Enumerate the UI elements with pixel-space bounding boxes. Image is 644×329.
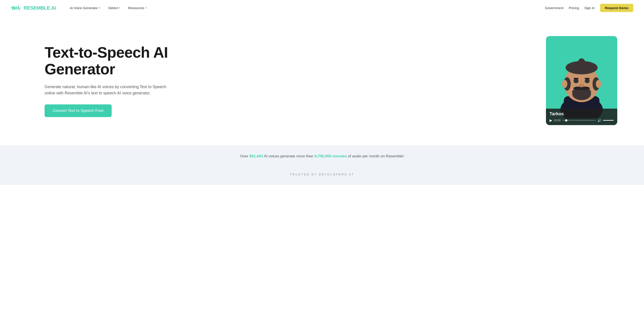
request-demo-button[interactable]: Request Demo: [600, 4, 633, 12]
voices-count: 851,443: [249, 154, 263, 158]
logo[interactable]: RESEMBLE.AI: [11, 4, 56, 11]
audio-progress-dot: [565, 119, 567, 122]
logo-text: RESEMBLE.AI: [24, 5, 56, 11]
hero-description: Generate natural, human-like AI voices b…: [44, 84, 169, 97]
hero-content: Text-to-Speech AI Generator Generate nat…: [44, 44, 196, 117]
stats-section: Over 851,443 AI voices generate more tha…: [0, 145, 644, 167]
minutes-count: 9,700,000 minutes: [314, 154, 347, 158]
nav-center-links: AI Voice Generator ▾ Detect ▾ Resources …: [67, 4, 545, 11]
volume-bar[interactable]: [603, 120, 614, 121]
chevron-down-icon: ▾: [99, 7, 100, 9]
nav-detect[interactable]: Detect ▾: [105, 4, 123, 11]
hero-character-card: Tarkos ▶ 00:00 🔊: [546, 36, 617, 125]
logo-waveform-icon: [11, 4, 22, 11]
nav-pricing[interactable]: Pricing: [569, 6, 579, 10]
trusted-label: TRUSTED BY DEVELOPERS AT: [0, 173, 644, 176]
chevron-down-icon: ▾: [119, 7, 120, 9]
trusted-section: TRUSTED BY DEVELOPERS AT: [0, 167, 644, 185]
nav-government[interactable]: Government: [545, 6, 564, 10]
audio-player: ▶ 00:00 🔊: [550, 118, 614, 122]
character-display: Tarkos ▶ 00:00 🔊: [546, 36, 617, 125]
tarkos-character-svg: [550, 43, 613, 118]
svg-point-17: [579, 84, 584, 87]
svg-rect-15: [574, 78, 578, 79]
stats-text: Over 851,443 AI voices generate more tha…: [0, 154, 644, 158]
character-info-bar: Tarkos ▶ 00:00 🔊: [546, 109, 617, 125]
nav-resources[interactable]: Resources ▾: [125, 4, 150, 11]
hero-section: Text-to-Speech AI Generator Generate nat…: [0, 16, 644, 145]
navbar: RESEMBLE.AI AI Voice Generator ▾ Detect …: [0, 0, 644, 16]
svg-point-6: [578, 58, 586, 69]
chevron-down-icon: ▾: [145, 7, 146, 9]
svg-point-19: [596, 80, 601, 88]
svg-point-14: [585, 79, 590, 83]
audio-timestamp: 00:00: [554, 119, 561, 122]
play-button[interactable]: ▶: [550, 118, 552, 122]
volume-icon[interactable]: 🔊: [598, 119, 601, 122]
svg-rect-16: [585, 78, 590, 79]
nav-ai-voice-generator[interactable]: AI Voice Generator ▾: [67, 4, 104, 11]
nav-right-links: Government Pricing Sign In Request Demo: [545, 4, 633, 12]
nav-signin[interactable]: Sign In: [584, 6, 595, 10]
svg-point-13: [574, 79, 578, 83]
svg-point-18: [562, 80, 567, 88]
convert-cta-button[interactable]: Convert Text to Speech Free: [44, 104, 112, 117]
hero-title: Text-to-Speech AI Generator: [44, 44, 196, 77]
audio-progress-bar[interactable]: [562, 120, 596, 121]
character-name: Tarkos: [550, 111, 614, 116]
svg-rect-10: [572, 89, 591, 96]
